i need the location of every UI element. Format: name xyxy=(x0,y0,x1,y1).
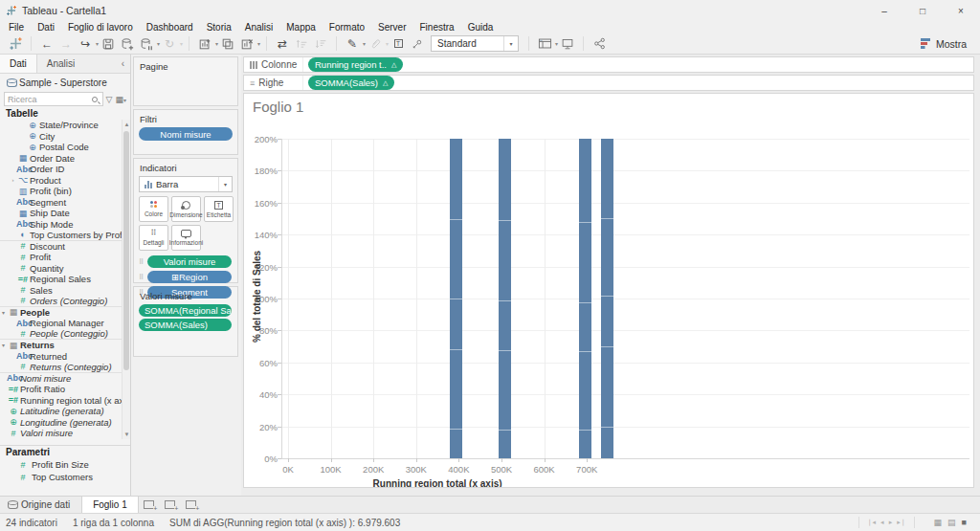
maximize-button[interactable]: □ xyxy=(903,0,942,21)
new-worksheet-caret-icon[interactable]: ▾ xyxy=(215,40,218,47)
menu-dashboard[interactable]: Dashboard xyxy=(140,21,200,33)
show-hide-cards-icon[interactable] xyxy=(537,35,552,53)
scrollbar-thumb[interactable] xyxy=(123,131,129,370)
presentation-mode-icon[interactable] xyxy=(560,35,575,53)
expander-icon[interactable]: ▾ xyxy=(0,309,7,316)
tooltip-button[interactable]: Informazioni xyxy=(171,225,201,251)
new-story-button[interactable] xyxy=(181,497,202,513)
field-list-scrollbar[interactable]: ▲ ▼ xyxy=(122,120,130,439)
scroll-down-icon[interactable]: ▼ xyxy=(122,430,130,439)
size-button[interactable]: Dimensione xyxy=(171,196,201,222)
label-button[interactable]: T Etichetta xyxy=(204,196,234,222)
menu-dati[interactable]: Dati xyxy=(31,21,61,33)
detail-button[interactable]: ⠿ Dettagli xyxy=(139,225,168,251)
menu-analisi[interactable]: Analisi xyxy=(238,21,279,33)
tab-dati[interactable]: Dati xyxy=(0,55,37,73)
show-mark-labels-icon[interactable]: T xyxy=(390,35,406,53)
collapse-pane-icon[interactable]: ‹ xyxy=(116,55,130,73)
new-worksheet-button[interactable] xyxy=(139,497,160,513)
scroll-up-icon[interactable]: ▲ xyxy=(122,120,130,129)
new-worksheet-icon[interactable] xyxy=(197,35,212,53)
bar[interactable] xyxy=(601,139,613,458)
filter-pill[interactable]: Nomi misure xyxy=(139,127,233,141)
field-row[interactable]: #Returns (Conteggio) xyxy=(0,362,130,373)
field-row[interactable]: ▾▦Returns xyxy=(0,340,130,351)
mark-type-caret-icon[interactable]: ▾ xyxy=(218,177,232,191)
back-button[interactable]: ← xyxy=(39,35,55,53)
menu-foglio-di-lavoro[interactable]: Foglio di lavoro xyxy=(61,21,140,33)
field-row[interactable]: #Discount xyxy=(0,241,130,253)
field-row[interactable]: ▦Ship Date xyxy=(0,208,130,219)
tab-analisi[interactable]: Analisi xyxy=(37,55,84,73)
menu-server[interactable]: Server xyxy=(371,21,412,33)
field-row[interactable]: ▦Order Date xyxy=(0,153,130,165)
field-row[interactable]: #Valori misure xyxy=(0,428,130,439)
marks-card[interactable]: Indicatori Barra ▾ Colore Dimensione xyxy=(133,158,238,283)
field-row[interactable]: AbcSegment xyxy=(0,197,130,209)
clear-sheet-caret-icon[interactable]: ▾ xyxy=(257,40,260,47)
forward-button[interactable]: → xyxy=(58,35,74,53)
field-row[interactable]: #Orders (Conteggio) xyxy=(0,296,130,307)
field-row[interactable]: AbcReturned xyxy=(0,351,130,363)
filter-fields-icon[interactable]: ▽ xyxy=(106,95,113,104)
duplicate-icon[interactable] xyxy=(220,35,235,53)
cards-caret-icon[interactable]: ▾ xyxy=(555,40,558,47)
datasource-row[interactable]: Sample - Superstore xyxy=(0,74,130,91)
columns-shelf[interactable]: Colonne Running region t.. △ xyxy=(243,56,974,73)
next-record-icon[interactable]: ▸ xyxy=(889,519,893,526)
rows-shelf[interactable]: ≡ Righe SOMMA(Sales) △ xyxy=(243,75,974,91)
previous-record-icon[interactable]: ◂ xyxy=(880,519,884,526)
tableau-logo-button[interactable] xyxy=(8,35,23,53)
field-row[interactable]: ▾▦People xyxy=(0,307,130,319)
measure-value-pill[interactable]: SOMMA(Sales) xyxy=(139,319,232,331)
redo-button[interactable]: ↪ xyxy=(78,35,93,53)
minimize-button[interactable]: – xyxy=(865,0,903,21)
grid-view-icon[interactable]: ▦ xyxy=(934,518,943,527)
sort-descending-icon[interactable] xyxy=(313,35,328,53)
full-view-icon[interactable]: ■ xyxy=(962,518,967,527)
field-row[interactable]: ⊕State/Province xyxy=(0,120,130,131)
menu-formato[interactable]: Formato xyxy=(323,21,371,33)
highlight-caret-icon[interactable]: ▾ xyxy=(363,40,366,47)
columns-pill[interactable]: Running region t.. △ xyxy=(308,57,403,72)
swap-axes-icon[interactable]: ⇄ xyxy=(275,35,290,53)
highlight-icon[interactable]: ✎ xyxy=(345,35,360,53)
first-record-icon[interactable]: ❘◂ xyxy=(867,519,876,526)
save-icon[interactable] xyxy=(100,35,116,53)
field-row[interactable]: ›⌥Product xyxy=(0,175,130,187)
field-row[interactable]: ⊕Latitudine (generata) xyxy=(0,406,130,417)
share-icon[interactable] xyxy=(591,35,607,53)
field-row[interactable]: ◐Top Customers by Profit xyxy=(0,230,130,241)
search-input[interactable]: Ricerca xyxy=(4,92,103,106)
pause-caret-icon[interactable]: ▾ xyxy=(157,40,160,47)
filmstrip-view-icon[interactable]: ▤ xyxy=(947,518,956,527)
field-row[interactable]: ⊕Longitudine (generata) xyxy=(0,417,130,429)
new-datasource-icon[interactable] xyxy=(120,35,135,53)
menu-finestra[interactable]: Finestra xyxy=(413,21,461,33)
field-row[interactable]: AbcShip Mode xyxy=(0,219,130,231)
field-row[interactable]: =#Regional Sales xyxy=(0,274,130,285)
close-button[interactable]: × xyxy=(942,0,980,21)
bar[interactable] xyxy=(579,139,591,458)
field-row[interactable]: =#Running region total (x axis) xyxy=(0,395,130,407)
expander-icon[interactable]: › xyxy=(10,177,16,183)
show-me-button[interactable]: Mostra xyxy=(921,38,967,50)
fix-axes-icon[interactable] xyxy=(410,35,425,53)
field-row[interactable]: #Top Customers xyxy=(0,471,130,483)
measure-value-pill[interactable]: SOMMA(Regional Sal.. xyxy=(139,304,232,317)
worksheet-canvas[interactable]: Foglio 1 0%20%40%60%80%100%120%140%160%1… xyxy=(243,93,974,488)
view-options-icon[interactable]: ▦▾ xyxy=(115,95,126,104)
group-members-icon[interactable] xyxy=(368,35,383,53)
pause-updates-icon[interactable] xyxy=(139,35,154,53)
field-row[interactable]: #People (Conteggio) xyxy=(0,329,130,341)
menu-mappa[interactable]: Mappa xyxy=(279,21,323,33)
field-row[interactable]: #Profit Bin Size xyxy=(0,458,130,471)
sheet-tab-foglio-1[interactable]: Foglio 1 xyxy=(81,497,139,513)
menu-file[interactable]: File xyxy=(2,21,31,33)
field-row[interactable]: =#Profit Ratio xyxy=(0,384,130,395)
menu-guida[interactable]: Guida xyxy=(461,21,501,33)
field-row[interactable]: #Profit xyxy=(0,252,130,263)
refresh-icon[interactable]: ↻ xyxy=(162,35,177,53)
color-button[interactable]: Colore xyxy=(139,196,168,222)
clear-sheet-icon[interactable] xyxy=(239,35,255,53)
